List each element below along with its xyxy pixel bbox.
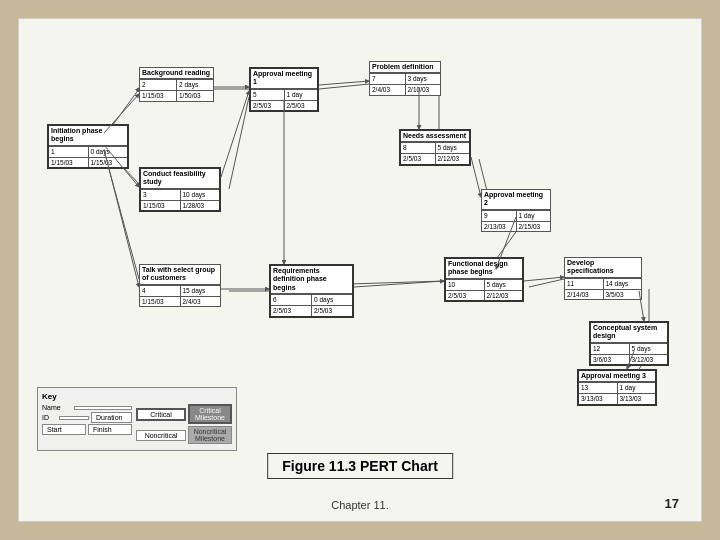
node-11-id: 11 (565, 279, 604, 289)
node-13-finish: 3/13/03 (618, 394, 656, 404)
node-10-start: 2/5/03 (446, 291, 485, 301)
svg-line-10 (349, 281, 444, 284)
node-2-start: 1/15/03 (140, 91, 177, 101)
node-12: Conceptual system design 12 5 days 3/6/0… (589, 321, 669, 366)
node-12-title: Conceptual system design (591, 323, 667, 343)
node-13: Approval meeting 3 13 1 day 3/13/03 3/13… (577, 369, 657, 406)
node-10-finish: 2/12/03 (485, 291, 523, 301)
node-3-id: 3 (141, 190, 181, 200)
svg-line-17 (104, 149, 139, 287)
node-9-finish: 2/15/03 (517, 222, 551, 232)
key-id-value (59, 416, 89, 420)
node-6-id: 6 (271, 295, 312, 305)
svg-line-19 (221, 91, 249, 177)
node-10-id: 10 (446, 280, 485, 290)
node-7-finish: 2/10/03 (406, 85, 441, 95)
node-4-start: 1/15/03 (140, 297, 181, 307)
node-13-title: Approval meeting 3 (579, 371, 655, 382)
node-11-duration: 14 days (604, 279, 642, 289)
node-2: Background reading 2 2 days 1/15/03 1/50… (139, 67, 214, 102)
node-6: Requirements definition phase begins 6 0… (269, 264, 354, 318)
node-approval1-title: Approval meeting 1 (251, 69, 317, 89)
figure-caption: Figure 11.3 PERT Chart (267, 453, 453, 479)
node-12-finish: 3/12/03 (630, 355, 668, 365)
node-8-title: Needs assessment (401, 131, 469, 142)
node-approval1-duration: 1 day (285, 90, 318, 100)
node-2-title: Background reading (140, 68, 213, 79)
node-2-id: 2 (140, 80, 177, 90)
svg-line-11 (529, 279, 564, 287)
node-9-id: 9 (482, 211, 517, 221)
svg-line-2 (104, 151, 139, 279)
node-1-duration: 0 days (89, 147, 128, 157)
chart-area: Initiation phase begins 1 0 days 1/15/03… (29, 29, 691, 399)
node-6-finish: 2/5/03 (312, 306, 352, 316)
node-8-start: 2/5/03 (401, 154, 436, 164)
node-6-start: 2/5/03 (271, 306, 312, 316)
svg-line-25 (354, 281, 444, 287)
node-11: Develop specifications 11 14 days 2/14/0… (564, 257, 642, 300)
node-3-start: 1/15/03 (141, 201, 181, 211)
page-number: 17 (665, 496, 679, 511)
node-2-duration: 2 days (177, 80, 213, 90)
key-start-label: Start (42, 424, 86, 435)
node-3-title: Conduct feasibility study (141, 169, 219, 189)
node-4-finish: 2/4/03 (181, 297, 221, 307)
key-name-label: Name (42, 404, 72, 411)
node-13-duration: 1 day (618, 383, 656, 393)
node-8-id: 8 (401, 143, 436, 153)
node-9-title: Approval meeting 2 (482, 190, 550, 210)
key-noncritical-milestone-label: Noncritical Milestone (188, 426, 232, 444)
node-11-finish: 3/5/03 (604, 290, 642, 300)
node-10-title: Functional design phase begins (446, 259, 522, 279)
node-13-id: 13 (579, 383, 618, 393)
node-7-start: 2/4/03 (370, 85, 406, 95)
node-4: Talk with select group of customers 4 15… (139, 264, 221, 307)
key-critical-milestone-label: Critical Milestone (188, 404, 232, 424)
node-2-finish: 1/50/03 (177, 91, 213, 101)
node-3-duration: 10 days (181, 190, 220, 200)
node-approval1-start: 2/5/03 (251, 101, 285, 111)
node-9-duration: 1 day (517, 211, 551, 221)
svg-line-24 (471, 157, 481, 197)
node-7: Problem definition 7 3 days 2/4/03 2/10/… (369, 61, 441, 96)
key-id-label: ID (42, 414, 57, 421)
node-6-title: Requirements definition phase begins (271, 266, 352, 294)
key-noncritical-label: Noncritical (136, 430, 186, 441)
svg-line-7 (229, 97, 249, 189)
node-3: Conduct feasibility study 3 10 days 1/15… (139, 167, 221, 212)
node-approval1: Approval meeting 1 5 1 day 2/5/03 2/5/03 (249, 67, 319, 112)
node-11-title: Develop specifications (565, 258, 641, 278)
key-title: Key (42, 392, 232, 401)
node-1-title: Initiation phase begins (49, 126, 127, 146)
key-duration-label: Duration (91, 412, 132, 423)
node-8: Needs assessment 8 5 days 2/5/03 2/12/03 (399, 129, 471, 166)
chapter-label: Chapter 11. (331, 499, 388, 511)
node-12-duration: 5 days (630, 344, 668, 354)
node-11-start: 2/14/03 (565, 290, 604, 300)
node-12-start: 3/6/03 (591, 355, 630, 365)
node-12-id: 12 (591, 344, 630, 354)
node-7-id: 7 (370, 74, 406, 84)
node-10: Functional design phase begins 10 5 days… (444, 257, 524, 302)
slide: Initiation phase begins 1 0 days 1/15/03… (18, 18, 702, 522)
node-7-title: Problem definition (370, 62, 440, 73)
node-8-duration: 5 days (436, 143, 470, 153)
node-6-duration: 0 days (312, 295, 352, 305)
node-9-start: 2/13/03 (482, 222, 517, 232)
svg-line-21 (319, 81, 369, 85)
node-4-duration: 15 days (181, 286, 221, 296)
node-1-id: 1 (49, 147, 89, 157)
key-name-value (74, 406, 132, 410)
node-13-start: 3/13/03 (579, 394, 618, 404)
node-4-id: 4 (140, 286, 181, 296)
node-approval1-id: 5 (251, 90, 285, 100)
key-finish-label: Finish (88, 424, 132, 435)
node-1-finish: 1/15/03 (89, 158, 128, 168)
node-approval1-finish: 2/5/03 (285, 101, 318, 111)
svg-line-4 (319, 84, 369, 89)
node-4-title: Talk with select group of customers (140, 265, 220, 285)
svg-line-27 (524, 277, 564, 281)
node-9: Approval meeting 2 9 1 day 2/13/03 2/15/… (481, 189, 551, 232)
node-8-finish: 2/12/03 (436, 154, 470, 164)
